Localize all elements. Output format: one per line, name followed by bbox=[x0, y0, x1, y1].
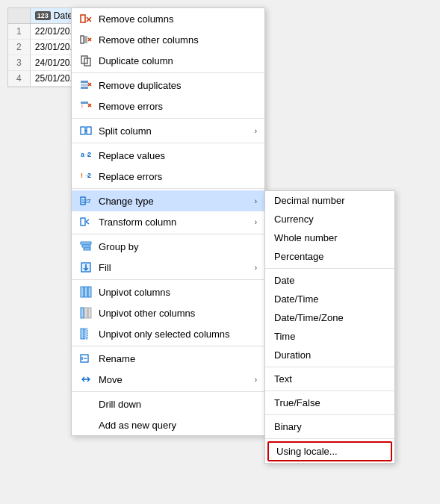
svg-rect-18 bbox=[81, 127, 85, 134]
svg-rect-40 bbox=[88, 287, 91, 297]
replace-errors-icon: !→2 bbox=[79, 169, 93, 183]
fill-icon bbox=[79, 261, 93, 274]
svg-rect-9 bbox=[81, 81, 88, 83]
submenu-item-currency[interactable]: Currency bbox=[265, 210, 394, 228]
separator bbox=[72, 72, 264, 73]
menu-item-duplicate-column[interactable]: Duplicate column bbox=[72, 50, 264, 71]
submenu-item-date[interactable]: Date bbox=[265, 271, 394, 290]
change-type-label: Change type bbox=[99, 196, 249, 207]
change-type-icon: 123→ bbox=[79, 194, 93, 208]
group-by-label: Group by bbox=[99, 241, 257, 252]
svg-rect-41 bbox=[81, 308, 84, 318]
svg-rect-30 bbox=[81, 218, 85, 225]
percentage-label: Percentage bbox=[274, 251, 324, 262]
submenu-item-percentage[interactable]: Percentage bbox=[265, 247, 394, 266]
fill-label: Fill bbox=[99, 262, 249, 273]
menu-item-unpivot-columns[interactable]: Unpivot columns bbox=[72, 281, 264, 302]
date-type-badge: 123 bbox=[35, 11, 51, 20]
svg-rect-3 bbox=[81, 36, 84, 43]
remove-columns-label: Remove columns bbox=[99, 13, 257, 25]
replace-values-icon: a→2 bbox=[79, 149, 93, 162]
fill-arrow: › bbox=[255, 264, 257, 272]
svg-rect-19 bbox=[87, 127, 91, 134]
unpivot-selected-columns-icon bbox=[79, 327, 93, 340]
rename-icon bbox=[79, 352, 93, 365]
svg-text:2: 2 bbox=[87, 172, 91, 179]
menu-item-replace-values[interactable]: a→2 Replace values bbox=[72, 145, 264, 166]
separator bbox=[72, 188, 264, 189]
submenu-item-text[interactable]: Text bbox=[265, 370, 394, 388]
split-column-icon bbox=[79, 124, 93, 137]
add-as-new-query-icon bbox=[79, 418, 93, 432]
row-number: 2 bbox=[8, 40, 31, 55]
svg-rect-43 bbox=[88, 308, 91, 318]
submenu-item-using-locale[interactable]: Using locale... bbox=[267, 441, 392, 461]
submenu-item-time[interactable]: Time bbox=[265, 327, 394, 346]
group-by-icon bbox=[79, 240, 93, 253]
svg-rect-35 bbox=[84, 248, 90, 250]
menu-item-split-column[interactable]: Split column › bbox=[72, 120, 264, 141]
row-num-header bbox=[8, 8, 31, 23]
menu-item-move[interactable]: Move › bbox=[72, 369, 264, 390]
svg-rect-4 bbox=[84, 36, 87, 43]
submenu-item-decimal-number[interactable]: Decimal number bbox=[265, 191, 394, 210]
menu-item-remove-duplicates[interactable]: Remove duplicates bbox=[72, 75, 264, 96]
transform-column-icon bbox=[79, 215, 93, 228]
submenu-item-date-time[interactable]: Date/Time bbox=[265, 290, 394, 308]
menu-item-change-type[interactable]: 123→ Change type › bbox=[72, 190, 264, 211]
svg-line-31 bbox=[86, 220, 89, 222]
menu-item-drill-down[interactable]: Drill down bbox=[72, 393, 264, 414]
svg-text:!: ! bbox=[81, 172, 83, 179]
menu-item-rename[interactable]: Rename bbox=[72, 348, 264, 369]
submenu-item-whole-number[interactable]: Whole number bbox=[265, 228, 394, 247]
row-number: 4 bbox=[8, 71, 31, 86]
remove-other-columns-icon bbox=[79, 33, 93, 46]
menu-item-unpivot-selected-columns[interactable]: Unpivot only selected columns bbox=[72, 323, 264, 344]
svg-text:→: → bbox=[86, 196, 92, 203]
svg-rect-42 bbox=[84, 308, 87, 318]
svg-text:2: 2 bbox=[87, 151, 91, 158]
svg-line-32 bbox=[86, 222, 89, 224]
separator bbox=[72, 346, 264, 346]
date-label: Date bbox=[274, 275, 294, 286]
true-false-label: True/False bbox=[274, 397, 320, 408]
menu-item-remove-columns[interactable]: Remove columns bbox=[72, 8, 264, 29]
svg-rect-38 bbox=[81, 287, 84, 297]
add-as-new-query-label: Add as new query bbox=[99, 420, 257, 431]
drill-down-icon bbox=[79, 397, 93, 411]
remove-errors-label: Remove errors bbox=[99, 101, 257, 112]
menu-item-fill[interactable]: Fill › bbox=[72, 257, 264, 278]
separator bbox=[72, 279, 264, 280]
svg-rect-34 bbox=[82, 245, 90, 247]
unpivot-other-columns-label: Unpivot other columns bbox=[99, 308, 257, 319]
submenu-item-binary[interactable]: Binary bbox=[265, 417, 394, 436]
unpivot-columns-label: Unpivot columns bbox=[99, 287, 257, 298]
unpivot-selected-columns-label: Unpivot only selected columns bbox=[99, 329, 257, 340]
remove-other-columns-label: Remove other columns bbox=[99, 34, 257, 46]
move-icon bbox=[79, 373, 93, 386]
menu-item-remove-errors[interactable]: ! Remove errors bbox=[72, 96, 264, 116]
duration-label: Duration bbox=[274, 349, 311, 361]
remove-columns-icon bbox=[79, 12, 93, 25]
menu-item-unpivot-other-columns[interactable]: Unpivot other columns bbox=[72, 302, 264, 323]
svg-text:!: ! bbox=[81, 104, 83, 109]
menu-item-remove-other-columns[interactable]: Remove other columns bbox=[72, 29, 264, 50]
submenu-item-duration[interactable]: Duration bbox=[265, 346, 394, 364]
move-label: Move bbox=[99, 374, 249, 385]
menu-item-transform-column[interactable]: Transform column › bbox=[72, 211, 264, 232]
separator bbox=[72, 143, 264, 143]
context-menu: Remove columns Remove other columns Dupl… bbox=[71, 7, 265, 436]
split-column-label: Split column bbox=[99, 125, 249, 137]
menu-item-group-by[interactable]: Group by bbox=[72, 236, 264, 257]
date-time-zone-label: Date/Time/Zone bbox=[274, 312, 344, 323]
transform-column-arrow: › bbox=[255, 218, 257, 226]
menu-item-replace-errors[interactable]: !→2 Replace errors bbox=[72, 166, 264, 187]
svg-rect-45 bbox=[84, 329, 87, 339]
submenu-item-date-time-zone[interactable]: Date/Time/Zone bbox=[265, 308, 394, 327]
svg-rect-33 bbox=[81, 242, 91, 244]
separator bbox=[72, 118, 264, 119]
menu-item-add-as-new-query[interactable]: Add as new query bbox=[72, 414, 264, 435]
svg-rect-39 bbox=[84, 287, 87, 297]
currency-label: Currency bbox=[274, 214, 314, 225]
submenu-item-true-false[interactable]: True/False bbox=[265, 393, 394, 412]
